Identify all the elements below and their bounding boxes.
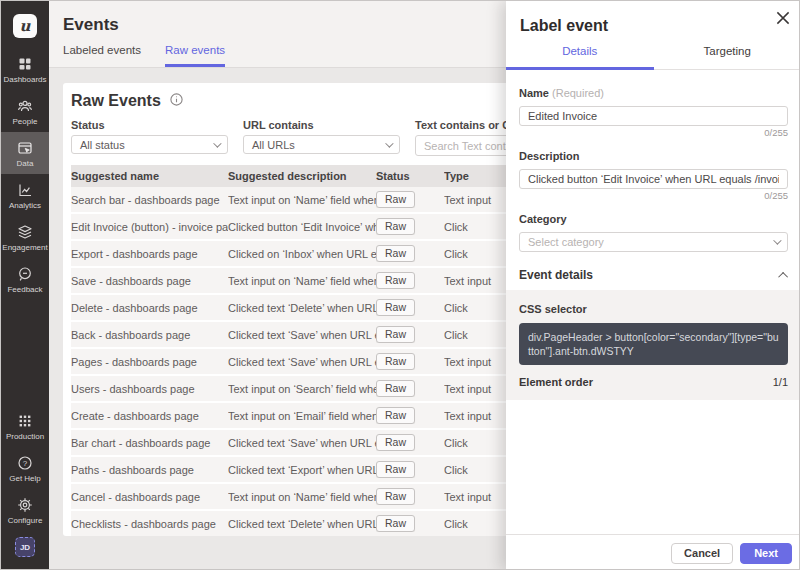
production-grid-icon — [17, 413, 33, 429]
row-suggested-description: Clicked button ‘Edit Invoice’ whe... — [228, 221, 376, 233]
cancel-button[interactable]: Cancel — [671, 543, 733, 564]
row-suggested-description: Text input on ‘Name’ field when... — [228, 491, 376, 503]
css-selector-value: div.PageHeader > button[color="secondary… — [519, 323, 788, 365]
event-details-title: Event details — [519, 268, 593, 282]
element-order-value: 1/1 — [773, 376, 788, 388]
panel-title: Label event — [520, 17, 787, 34]
row-suggested-name: Checklists - dashboards page — [71, 518, 228, 530]
description-char-counter: 0/255 — [519, 191, 788, 201]
sidebar-item-engagement[interactable]: Engagement — [1, 216, 49, 258]
status-badge: Raw — [376, 407, 415, 424]
label-event-panel: Label event Details Targeting Name (Requ… — [506, 1, 800, 570]
row-suggested-name: Paths - dashboards page — [71, 464, 228, 476]
status-badge: Raw — [376, 434, 415, 451]
row-suggested-name: Bar chart - dashboards page — [71, 437, 228, 449]
sidebar-item-label: Production — [6, 432, 44, 441]
col-status: Status — [376, 170, 444, 182]
gear-icon — [17, 497, 33, 513]
close-icon[interactable] — [774, 9, 792, 27]
sidebar-item-feedback[interactable]: Feedback — [1, 258, 49, 300]
col-suggested-description: Suggested description — [228, 170, 376, 182]
people-icon — [17, 98, 33, 114]
chevron-down-icon — [385, 139, 393, 147]
panel-tabs: Details Targeting — [506, 45, 800, 70]
description-field[interactable] — [519, 169, 788, 189]
row-suggested-name: Pages - dashboards page — [71, 356, 228, 368]
row-suggested-name: Save - dashboards page — [71, 275, 228, 287]
status-filter-value: All status — [80, 139, 125, 151]
user-avatar[interactable]: JD — [15, 537, 35, 557]
sidebar-item-label: Data — [17, 159, 34, 168]
status-badge: Raw — [376, 353, 415, 370]
name-field-label: Name (Required) — [519, 87, 604, 99]
svg-text:?: ? — [23, 459, 28, 468]
userpilot-logo[interactable]: u — [13, 14, 37, 38]
status-badge: Raw — [376, 218, 415, 235]
chevron-down-icon — [213, 139, 221, 147]
panel-footer: Cancel Next — [506, 534, 800, 570]
status-badge: Raw — [376, 488, 415, 505]
row-suggested-description: Text input on ‘Email’ field when... — [228, 410, 376, 422]
description-field-label: Description — [519, 150, 580, 162]
panel-body: Name (Required) 0/255 Description 0/255 … — [506, 70, 800, 534]
sidebar-item-dashboards[interactable]: Dashboards — [1, 48, 49, 90]
event-details-toggle[interactable]: Event details — [519, 268, 788, 282]
element-order-label: Element order — [519, 376, 593, 388]
sidebar-item-label: Dashboards — [3, 75, 46, 84]
row-suggested-description: Text input on ‘Name’ field when... — [228, 194, 376, 206]
category-field-label: Category — [519, 213, 567, 225]
required-hint: (Required) — [552, 87, 604, 99]
status-badge: Raw — [376, 380, 415, 397]
sidebar-item-people[interactable]: People — [1, 90, 49, 132]
row-suggested-name: Back - dashboards page — [71, 329, 228, 341]
sidebar-item-label: Analytics — [9, 201, 41, 210]
sidebar-item-label: Feedback — [7, 285, 42, 294]
row-suggested-description: Clicked text ‘Export’ when URL e... — [228, 464, 376, 476]
feedback-icon — [17, 266, 33, 282]
status-filter-select[interactable]: All status — [71, 135, 228, 154]
row-suggested-description: Clicked text ‘Save’ when URL eq... — [228, 356, 376, 368]
engagement-icon — [17, 224, 33, 240]
url-filter-label: URL contains — [243, 119, 400, 131]
row-suggested-name: Edit Invoice (button) - invoice page — [71, 221, 228, 233]
tab-raw-events[interactable]: Raw events — [165, 43, 225, 67]
sidebar-item-get-help[interactable]: ? Get Help — [1, 447, 49, 489]
col-suggested-name: Suggested name — [71, 170, 228, 182]
app-window: u Dashboards People Data Analytics — [0, 0, 800, 570]
sidebar-item-label: Engagement — [2, 243, 47, 252]
chevron-down-icon — [773, 236, 781, 244]
name-char-counter: 0/255 — [519, 128, 788, 138]
row-suggested-name: Create - dashboards page — [71, 410, 228, 422]
url-filter-select[interactable]: All URLs — [243, 135, 400, 154]
sidebar-item-configure[interactable]: Configure — [1, 489, 49, 531]
row-suggested-description: Clicked text ‘Delete’ when URL e... — [228, 302, 376, 314]
info-icon[interactable] — [170, 92, 183, 110]
status-badge: Raw — [376, 299, 415, 316]
row-suggested-name: Users - dashboards page — [71, 383, 228, 395]
sidebar-item-label: People — [13, 117, 38, 126]
sidebar-item-analytics[interactable]: Analytics — [1, 174, 49, 216]
category-placeholder: Select category — [528, 236, 604, 248]
category-select[interactable]: Select category — [519, 232, 788, 252]
sidebar-item-data[interactable]: Data — [1, 132, 49, 174]
dashboards-icon — [17, 56, 33, 72]
status-badge: Raw — [376, 272, 415, 289]
status-badge: Raw — [376, 191, 415, 208]
next-button[interactable]: Next — [740, 543, 792, 564]
row-suggested-description: Clicked text ‘Delete’ when URL... — [228, 518, 376, 530]
status-badge: Raw — [376, 326, 415, 343]
row-suggested-description: Text input on ‘Name’ field when... — [228, 275, 376, 287]
sidebar-item-production[interactable]: Production — [1, 405, 49, 447]
data-icon — [17, 140, 33, 156]
tab-details[interactable]: Details — [506, 45, 654, 70]
event-details-section: CSS selector div.PageHeader > button[col… — [506, 290, 800, 400]
row-suggested-description: Clicked text ‘Save’ when URL eq... — [228, 329, 376, 341]
chevron-up-icon — [778, 271, 788, 281]
sidebar-item-label: Get Help — [9, 474, 41, 483]
css-selector-label: CSS selector — [519, 303, 587, 315]
row-suggested-description: Text input on ‘Search’ field whe... — [228, 383, 376, 395]
tab-targeting[interactable]: Targeting — [654, 45, 800, 70]
tab-labeled-events[interactable]: Labeled events — [63, 43, 141, 67]
card-title: Raw Events — [71, 92, 161, 110]
name-field[interactable] — [519, 106, 788, 126]
